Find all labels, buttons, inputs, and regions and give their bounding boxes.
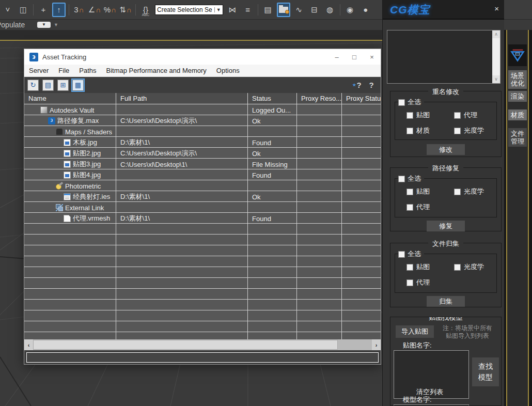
rename-modify-button[interactable]: 修改 xyxy=(427,144,465,155)
select-all-checkbox[interactable] xyxy=(398,176,405,182)
menu-paths[interactable]: Paths xyxy=(79,67,96,74)
find-model-button[interactable]: 查找 模型 xyxy=(472,357,499,386)
menu-server[interactable]: Server xyxy=(29,67,49,74)
cg-result-listbox[interactable]: ∧ ∨ xyxy=(387,30,500,84)
collect-select-all[interactable]: 全选 xyxy=(398,249,424,259)
table-row[interactable] xyxy=(24,235,381,245)
menu-options[interactable]: Options xyxy=(216,67,240,74)
render-production-button[interactable]: ● xyxy=(359,3,372,17)
table-row[interactable] xyxy=(24,310,381,321)
rename-select-all[interactable]: 全选 xyxy=(398,98,424,107)
checkbox-icon[interactable] xyxy=(454,112,461,119)
table-row[interactable]: External Link xyxy=(24,202,381,213)
create-selection-set-combo[interactable]: Create Selection Se▼ xyxy=(155,5,223,15)
ribbon-tab-populate[interactable]: Populate xyxy=(0,21,25,29)
table-row[interactable]: 木板.jpgD:\素材\1\Found xyxy=(24,137,381,148)
checkbox-光度学[interactable]: 光度学 xyxy=(454,187,493,196)
table-row[interactable]: 路径修复.maxC:\Users\xl\Desktop\演示\Ok xyxy=(24,115,381,126)
horizontal-scrollbar[interactable]: ‹ › xyxy=(24,339,381,350)
checkbox-代理[interactable]: 代理 xyxy=(454,111,493,120)
table-row[interactable]: Autodesk VaultLogged Ou... xyxy=(24,104,381,115)
checkbox-光度学[interactable]: 光度学 xyxy=(454,126,493,135)
tab-file-manage[interactable]: 文件管理 xyxy=(508,128,527,147)
table-row[interactable] xyxy=(24,245,381,256)
menu-bitmap-performance[interactable]: Bitmap Performance and Memory xyxy=(106,67,207,74)
column-header-proxy-resolution[interactable]: Proxy Reso... xyxy=(297,93,342,104)
table-row[interactable] xyxy=(24,321,381,332)
table-row[interactable] xyxy=(24,224,381,235)
checkbox-材质[interactable]: 材质 xyxy=(406,126,454,135)
checkbox-icon[interactable] xyxy=(406,112,413,119)
selection-region-dropdown[interactable]: ˅ xyxy=(1,3,14,17)
table-row[interactable]: 贴图2.jpgC:\Users\xl\Desktop\演示\Ok xyxy=(24,148,381,159)
scroll-up-icon[interactable]: ∧ xyxy=(492,30,500,38)
tab-render[interactable]: 渲染 xyxy=(508,91,527,102)
maximize-button[interactable]: □ xyxy=(346,49,363,65)
align-button[interactable]: ≡ xyxy=(241,3,255,17)
help-button[interactable]: ★? xyxy=(352,80,362,90)
tab-scene-optimize[interactable]: 场景优化 xyxy=(508,70,527,89)
scroll-right-icon[interactable]: › xyxy=(372,339,381,350)
checkbox-代理[interactable]: 代理 xyxy=(406,278,454,287)
column-header-name[interactable]: Name xyxy=(24,93,116,104)
curve-editor-button[interactable]: ∿ xyxy=(292,3,306,17)
chevron-down-icon[interactable]: ▼ xyxy=(214,7,221,12)
texture-name-listbox[interactable]: 清空列表 xyxy=(394,350,469,399)
checkbox-光度学[interactable]: 光度学 xyxy=(454,262,493,272)
table-row[interactable] xyxy=(24,332,381,339)
scroll-left-icon[interactable]: ‹ xyxy=(24,339,33,350)
window-crossing-toggle[interactable]: ◫ xyxy=(17,3,30,17)
path-repair-button[interactable]: 修复 xyxy=(427,221,465,231)
report-view-button[interactable]: ▤ xyxy=(42,80,54,91)
hierarchy-view-button[interactable]: ⊞ xyxy=(57,80,69,91)
tab-material[interactable]: 材质 xyxy=(508,110,527,120)
context-help-button[interactable]: ? xyxy=(366,80,377,90)
snap-toggle-3d[interactable]: 3∩ xyxy=(72,3,86,17)
scroll-down-icon[interactable]: ∨ xyxy=(492,75,500,83)
mirror-button[interactable]: ⋈ xyxy=(226,3,239,17)
refresh-button[interactable]: ↻ xyxy=(27,80,39,91)
table-row[interactable]: 贴图3.jpgC:\Users\xl\Desktop\1\File Missin… xyxy=(24,159,381,169)
table-row[interactable] xyxy=(24,267,381,278)
table-row[interactable]: Photometric xyxy=(24,180,381,191)
table-row[interactable]: Maps / Shaders xyxy=(24,126,381,137)
close-button[interactable]: × xyxy=(363,49,381,65)
cg-panel-close-icon[interactable]: × xyxy=(494,4,499,13)
collect-button[interactable]: 归集 xyxy=(427,296,465,307)
table-row[interactable] xyxy=(24,278,381,289)
table-row[interactable]: 代理.vrmeshD:\素材\1\Found xyxy=(24,213,381,224)
table-row[interactable]: 贴图4.jpgFound xyxy=(24,169,381,180)
menu-file[interactable]: File xyxy=(58,67,69,74)
listbox-scrollbar[interactable]: ∧ ∨ xyxy=(492,30,500,83)
ribbon-minimize-icon[interactable]: ▼ xyxy=(37,22,51,28)
toggle-scene-explorer[interactable] xyxy=(277,3,290,17)
checkbox-icon[interactable] xyxy=(406,204,413,211)
schematic-view-button[interactable]: ⊟ xyxy=(308,3,321,17)
table-row[interactable] xyxy=(24,256,381,267)
render-setup-button[interactable]: ◍ xyxy=(323,3,337,17)
select-and-manipulate[interactable]: + xyxy=(37,3,50,17)
checkbox-icon[interactable] xyxy=(406,279,413,286)
path-repair-select-all[interactable]: 全选 xyxy=(398,174,424,183)
checkbox-icon[interactable] xyxy=(406,264,413,271)
keyboard-shortcut-override-toggle[interactable]: ↑ xyxy=(52,3,66,17)
ribbon-caret-icon[interactable]: ▼ xyxy=(54,22,58,27)
minimize-button[interactable]: – xyxy=(328,49,346,65)
angle-snap-toggle[interactable]: ∠∩ xyxy=(88,3,101,17)
select-all-checkbox[interactable] xyxy=(398,99,405,106)
edit-named-selection-sets[interactable]: {}ABC xyxy=(139,3,152,17)
table-row[interactable] xyxy=(24,289,381,300)
rendered-frame-window-button[interactable]: ◉ xyxy=(343,3,357,17)
checkbox-icon[interactable] xyxy=(454,128,461,134)
checkbox-贴图[interactable]: 贴图 xyxy=(406,262,454,272)
checkbox-贴图[interactable]: 贴图 xyxy=(406,111,454,120)
manage-layers-button[interactable]: ▤ xyxy=(261,3,275,17)
checkbox-贴图[interactable]: 贴图 xyxy=(406,187,454,196)
dialog-titlebar[interactable]: ϶ Asset Tracking –□× xyxy=(24,49,381,65)
table-row[interactable]: 经典射灯.iesD:\素材\1\Ok xyxy=(24,191,381,202)
checkbox-icon[interactable] xyxy=(454,189,461,195)
column-header-fullpath[interactable]: Full Path xyxy=(116,93,248,104)
table-row[interactable] xyxy=(24,300,381,310)
checkbox-icon[interactable] xyxy=(406,189,413,195)
select-all-checkbox[interactable] xyxy=(398,251,405,258)
